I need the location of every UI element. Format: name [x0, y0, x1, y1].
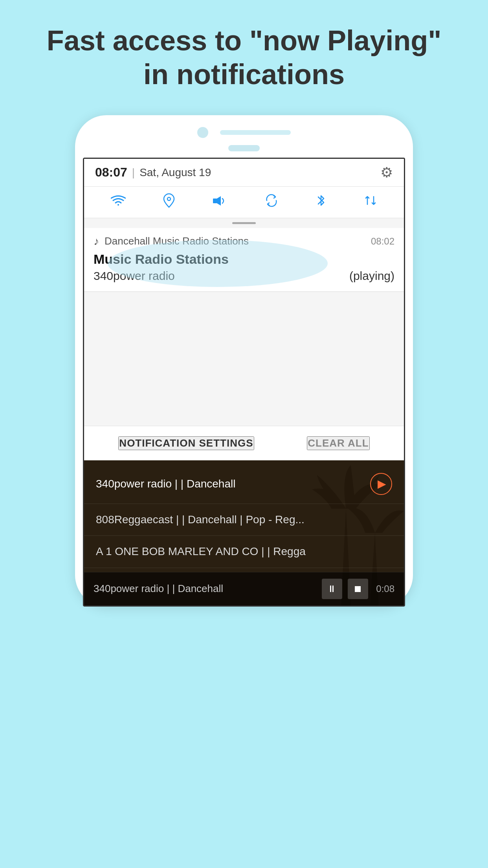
radio-item-text: A 1 ONE BOB MARLEY AND CO | | Regga — [96, 544, 392, 559]
status-time: 08:07 — [95, 165, 127, 180]
playing-time: 0:08 — [376, 583, 394, 594]
notif-header: ♪ Dancehall Music Radio Stations 08:02 — [94, 235, 394, 248]
notif-empty-area — [84, 292, 404, 426]
phone-camera — [197, 127, 208, 138]
clear-all-button[interactable]: CLEAR ALL — [307, 436, 369, 450]
pause-icon: ⏸ — [327, 583, 337, 594]
drag-handle — [84, 218, 404, 228]
data-transfer-icon[interactable] — [363, 193, 378, 211]
notification-card[interactable]: ♪ Dancehall Music Radio Stations 08:02 M… — [84, 228, 404, 292]
status-left: 08:07 | Sat, August 19 — [95, 165, 211, 180]
notif-app-name: Dancehall Music Radio Stations — [105, 235, 365, 247]
status-gear-icon[interactable]: ⚙ — [380, 164, 393, 181]
volume-icon[interactable] — [212, 194, 227, 211]
location-icon[interactable] — [163, 193, 175, 211]
phone-top-bar — [83, 127, 405, 138]
stop-button[interactable]: ⏹ — [348, 579, 368, 599]
status-date: Sat, August 19 — [139, 166, 211, 179]
stop-icon: ⏹ — [353, 583, 363, 594]
radio-item[interactable]: A 1 ONE BOB MARLEY AND CO | | Regga — [84, 536, 404, 568]
phone-home-button — [228, 145, 260, 151]
status-sep: | — [132, 166, 135, 179]
notif-station: 340power radio — [94, 269, 175, 283]
sync-icon[interactable] — [264, 193, 279, 211]
page-root: Fast access to "now Playing" in notifica… — [0, 0, 488, 607]
pause-button[interactable]: ⏸ — [322, 579, 342, 599]
notif-footer: NOTIFICATION SETTINGS CLEAR ALL — [84, 426, 404, 460]
app-bottom-section: 340power radio | | Dancehall ▶ 808Reggae… — [84, 460, 404, 605]
radio-list: 340power radio | | Dancehall ▶ 808Reggae… — [84, 460, 404, 572]
phone-screen: 08:07 | Sat, August 19 ⚙ — [83, 158, 405, 607]
notif-music-icon: ♪ — [94, 235, 99, 248]
phone-wrapper: 08:07 | Sat, August 19 ⚙ — [0, 107, 488, 607]
page-title: Fast access to "now Playing" in notifica… — [0, 0, 488, 107]
playing-controls: ⏸ ⏹ — [322, 579, 368, 599]
bluetooth-icon[interactable] — [316, 193, 326, 211]
play-button[interactable]: ▶ — [370, 473, 392, 495]
notif-subtitle: 340power radio (playing) — [94, 269, 394, 283]
playing-bar-text: 340power radio | | Dancehall — [94, 583, 314, 595]
wifi-icon[interactable] — [111, 194, 126, 211]
radio-item-text: 808Reggaecast | | Dancehall | Pop - Reg.… — [96, 513, 392, 527]
radio-item[interactable]: 340power radio | | Dancehall ▶ — [84, 464, 404, 504]
notification-settings-button[interactable]: NOTIFICATION SETTINGS — [118, 436, 254, 450]
phone-device: 08:07 | Sat, August 19 ⚙ — [75, 115, 413, 607]
status-bar: 08:07 | Sat, August 19 ⚙ — [84, 159, 404, 187]
notif-title: Music Radio Stations — [94, 252, 394, 267]
notif-status: (playing) — [349, 269, 394, 283]
play-icon: ▶ — [378, 477, 386, 490]
quick-settings-bar — [84, 187, 404, 218]
notif-time: 08:02 — [371, 236, 394, 247]
radio-item[interactable]: 808Reggaecast | | Dancehall | Pop - Reg.… — [84, 504, 404, 536]
svg-rect-1 — [213, 199, 217, 203]
phone-speaker — [220, 130, 291, 135]
playing-bar: 340power radio | | Dancehall ⏸ ⏹ 0:08 — [84, 572, 404, 605]
radio-item-text: 340power radio | | Dancehall — [96, 477, 370, 491]
svg-point-0 — [167, 197, 171, 200]
